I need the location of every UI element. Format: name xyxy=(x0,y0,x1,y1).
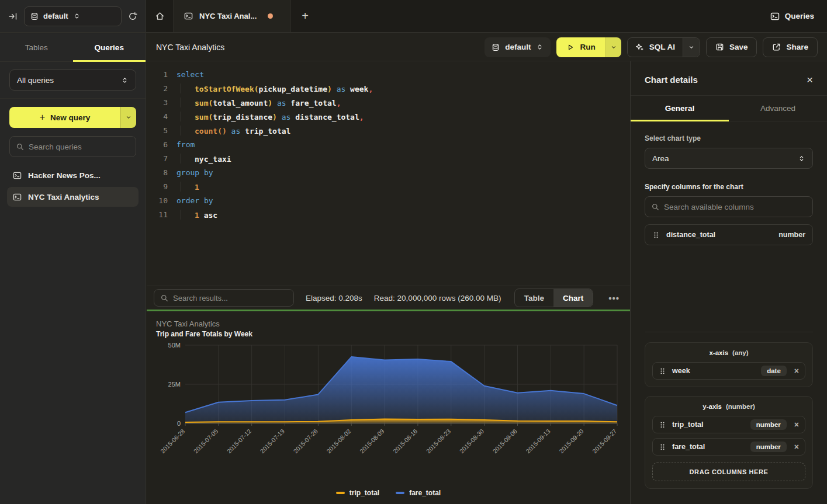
database-selector[interactable]: default xyxy=(24,6,122,26)
axis-column-name: week xyxy=(672,367,690,375)
save-label: Save xyxy=(729,43,748,51)
tab-general[interactable]: General xyxy=(631,96,729,121)
close-icon[interactable]: × xyxy=(807,74,813,85)
collapse-sidebar-icon[interactable] xyxy=(8,12,18,21)
console-icon xyxy=(13,171,22,180)
sql-ai-dropdown-button[interactable] xyxy=(683,38,700,57)
drag-columns-label: DRAG COLUMNS HERE xyxy=(690,468,769,475)
line-number: 5 xyxy=(147,126,168,135)
new-tab-button[interactable]: + xyxy=(291,0,319,32)
code-line: 10order by xyxy=(147,193,630,207)
axis-column-type-badge: number xyxy=(750,442,787,452)
column-type: number xyxy=(778,231,805,239)
svg-text:2015-09-27: 2015-09-27 xyxy=(591,427,618,455)
sql-ai-button[interactable]: SQL AI xyxy=(628,38,683,57)
query-item-hacker-news[interactable]: Hacker News Pos... xyxy=(7,165,139,185)
x-axis-title: x-axis(any) xyxy=(652,349,805,356)
query-filter-select[interactable]: All queries xyxy=(9,69,136,91)
code-line: 7nyc_taxi xyxy=(147,151,630,165)
panel-divider xyxy=(645,332,813,332)
svg-text:2015-08-02: 2015-08-02 xyxy=(325,427,352,455)
home-button[interactable] xyxy=(146,0,173,32)
axis-column-type-badge: number xyxy=(750,419,787,430)
queries-nav-label: Queries xyxy=(785,12,814,20)
chart-type-label: Select chart type xyxy=(645,134,813,142)
y-axis-chip-fare-total[interactable]: fare_total number × xyxy=(652,438,805,456)
tab-queries[interactable]: Queries xyxy=(73,33,146,61)
search-queries-input[interactable] xyxy=(29,142,130,151)
remove-column-icon[interactable]: × xyxy=(794,442,799,451)
line-number: 3 xyxy=(147,98,168,107)
query-title: NYC Taxi Analytics xyxy=(156,43,224,52)
line-number: 1 xyxy=(147,70,168,79)
code-text: sum(total_amount) as fare_total, xyxy=(168,98,341,107)
y-axis-card: y-axis(number) trip_total number × fare_… xyxy=(645,396,813,489)
top-bar-left: default xyxy=(0,0,146,32)
legend-swatch xyxy=(336,492,345,494)
code-line: 6from xyxy=(147,137,630,151)
search-results-input[interactable] xyxy=(173,294,288,303)
x-axis-chip-week[interactable]: week date × xyxy=(652,362,805,380)
share-button[interactable]: Share xyxy=(763,37,818,57)
tab-nyc-taxi-analytics[interactable]: NYC Taxi Anal... xyxy=(173,0,291,32)
share-icon xyxy=(772,43,781,51)
axis-column-name: trip_total xyxy=(672,420,703,429)
svg-text:2015-08-16: 2015-08-16 xyxy=(392,427,419,455)
save-button[interactable]: Save xyxy=(706,37,757,57)
axis-column-name: fare_total xyxy=(672,443,705,451)
tab-advanced[interactable]: Advanced xyxy=(729,96,827,121)
run-dropdown-button[interactable] xyxy=(605,37,621,57)
query-item-label: NYC Taxi Analytics xyxy=(28,193,99,201)
new-query-dropdown-button[interactable] xyxy=(120,107,136,128)
line-number: 7 xyxy=(147,154,168,163)
code-line: 8group by xyxy=(147,165,630,179)
drag-handle-icon xyxy=(659,421,666,429)
chart-type-select[interactable]: Area xyxy=(645,148,813,169)
new-query-button[interactable]: + New query xyxy=(9,107,120,128)
search-columns-input[interactable] xyxy=(664,203,807,211)
database-icon xyxy=(30,12,39,20)
columns-label: Specify columns for the chart xyxy=(645,183,813,191)
chevron-updown-icon xyxy=(73,12,81,20)
view-toggle-table[interactable]: Table xyxy=(515,289,553,307)
query-list: Hacker News Pos... NYC Taxi Analytics xyxy=(0,164,146,208)
database-selector-value: default xyxy=(43,12,68,20)
legend-label: fare_total xyxy=(409,489,441,497)
database-icon xyxy=(492,43,500,51)
chevron-down-icon xyxy=(610,44,617,51)
line-number: 4 xyxy=(147,112,168,121)
chart-details-tabs: General Advanced xyxy=(631,96,827,121)
tab-strip: NYC Taxi Anal... + xyxy=(146,0,757,32)
sql-console-app: default NYC Taxi Anal... + Queries xyxy=(0,0,827,504)
drag-columns-dropzone[interactable]: DRAG COLUMNS HERE xyxy=(652,463,805,481)
tab-label: NYC Taxi Anal... xyxy=(199,12,257,20)
more-options-icon[interactable]: ••• xyxy=(605,293,623,303)
code-text: 1 xyxy=(168,182,199,192)
search-columns-box xyxy=(645,196,813,217)
save-icon xyxy=(715,43,724,51)
editor-lines: 1select2toStartOfWeek(pickup_datetime) a… xyxy=(147,67,630,221)
query-filter-section: All queries xyxy=(0,62,146,99)
run-button[interactable]: Run xyxy=(556,37,605,57)
queries-nav-button[interactable]: Queries xyxy=(757,0,827,32)
column-chip-distance-total[interactable]: distance_total number xyxy=(645,224,813,245)
remove-column-icon[interactable]: × xyxy=(794,366,799,376)
code-line: 91 xyxy=(147,179,630,193)
svg-text:2015-06-28: 2015-06-28 xyxy=(159,427,186,455)
code-text: select xyxy=(168,70,204,79)
code-text: from xyxy=(168,140,195,149)
view-toggle-chart[interactable]: Chart xyxy=(553,289,593,307)
refresh-icon[interactable] xyxy=(128,12,137,21)
query-item-nyc-taxi[interactable]: NYC Taxi Analytics xyxy=(7,187,139,207)
legend-item[interactable]: trip_total xyxy=(336,489,379,497)
remove-column-icon[interactable]: × xyxy=(794,420,799,429)
run-database-selector[interactable]: default xyxy=(485,37,551,57)
new-query-split-button: + New query xyxy=(9,107,136,128)
sql-editor[interactable]: 1select2toStartOfWeek(pickup_datetime) a… xyxy=(147,61,630,286)
tab-tables[interactable]: Tables xyxy=(0,33,73,61)
chevron-updown-icon xyxy=(121,77,129,84)
legend-item[interactable]: fare_total xyxy=(396,489,441,497)
y-axis-chip-trip-total[interactable]: trip_total number × xyxy=(652,416,805,433)
home-icon xyxy=(155,11,165,21)
query-filter-value: All queries xyxy=(17,76,116,85)
